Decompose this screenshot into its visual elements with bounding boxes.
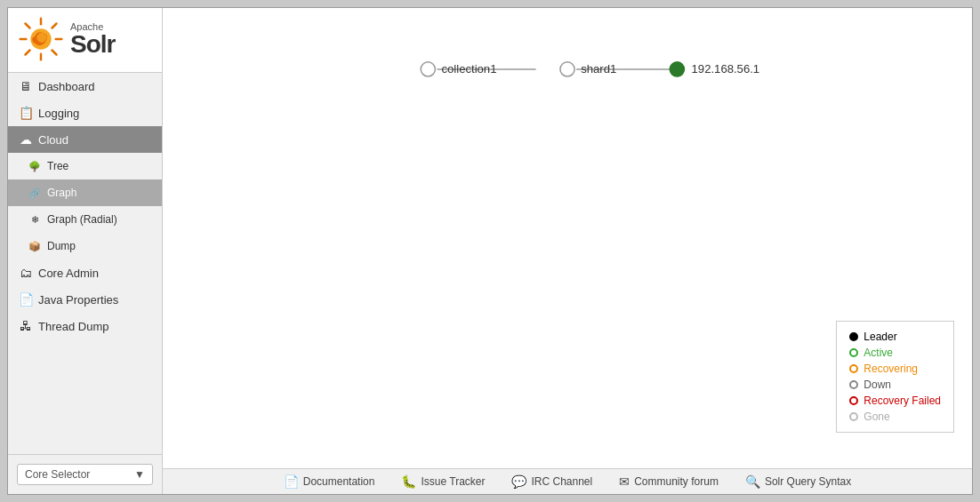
legend-label-recovery-failed: Recovery Failed <box>864 394 941 407</box>
tree-icon: 🌳 <box>28 159 42 173</box>
svg-line-6 <box>52 51 57 55</box>
legend-item-gone: Gone <box>849 410 941 423</box>
main-content: collection1 shard1 192.168.56.1 Leader <box>163 8 972 494</box>
legend-dot-down <box>849 380 858 389</box>
sidebar-item-graph[interactable]: 🔗 Graph <box>8 179 162 206</box>
sidebar-item-thread-dump[interactable]: 🖧 Thread Dump <box>8 313 162 339</box>
footer-link-solr-query-syntax[interactable]: 🔍 Solr Query Syntax <box>745 474 851 489</box>
app-wrapper: Apache Solr 🖥 Dashboard 📋 Logging ☁ <box>0 0 980 502</box>
svg-line-8 <box>26 51 30 55</box>
legend-item-down: Down <box>849 378 941 391</box>
documentation-icon: 📄 <box>284 474 299 489</box>
core-selector-arrow: ▼ <box>134 468 145 481</box>
legend-item-active: Active <box>849 347 941 359</box>
sidebar-item-tree-label: Tree <box>47 160 68 172</box>
sidebar-item-logging[interactable]: 📋 Logging <box>8 100 162 126</box>
sidebar-item-cloud-label: Cloud <box>38 133 68 147</box>
core-admin-icon: 🗂 <box>19 266 33 280</box>
footer-link-issue-tracker-label: Issue Tracker <box>421 475 485 488</box>
footer-link-community-forum[interactable]: ✉ Community forum <box>619 474 719 489</box>
legend: Leader Active Recovering Down <box>836 321 954 433</box>
node-shard1[interactable] <box>560 62 574 76</box>
sidebar-item-dashboard-label: Dashboard <box>38 80 95 93</box>
sidebar-item-graph-radial[interactable]: ❄ Graph (Radial) <box>8 206 162 233</box>
graph-canvas: collection1 shard1 192.168.56.1 Leader <box>163 8 972 468</box>
footer-link-solr-query-syntax-label: Solr Query Syntax <box>765 475 851 488</box>
sidebar-item-dashboard[interactable]: 🖥 Dashboard <box>8 73 162 100</box>
node-collection1-label: collection1 <box>441 62 496 76</box>
logging-icon: 📋 <box>19 106 33 120</box>
legend-item-leader: Leader <box>849 331 941 343</box>
dashboard-icon: 🖥 <box>19 79 33 93</box>
legend-label-leader: Leader <box>864 331 896 343</box>
legend-dot-leader <box>849 332 858 341</box>
sidebar-item-tree[interactable]: 🌳 Tree <box>8 153 162 179</box>
sidebar-item-graph-label: Graph <box>47 187 76 199</box>
dump-icon: 📦 <box>28 239 42 253</box>
core-selector[interactable]: Core Selector ▼ <box>17 464 153 485</box>
footer-link-issue-tracker[interactable]: 🐛 Issue Tracker <box>401 474 485 489</box>
solr-logo-icon <box>19 17 63 61</box>
footer-link-documentation[interactable]: 📄 Documentation <box>284 474 375 489</box>
solr-label: Solr <box>70 32 115 57</box>
brand-text: Apache Solr <box>70 22 115 57</box>
sidebar-item-graph-radial-label: Graph (Radial) <box>47 213 117 226</box>
sidebar-item-dump-label: Dump <box>47 240 76 252</box>
community-forum-icon: ✉ <box>619 474 630 489</box>
legend-label-gone: Gone <box>864 410 889 423</box>
sidebar-item-java-properties-label: Java Properties <box>38 293 118 307</box>
sidebar-item-core-admin-label: Core Admin <box>38 267 99 280</box>
irc-channel-icon: 💬 <box>511 474 526 489</box>
legend-label-active: Active <box>864 347 893 359</box>
legend-dot-recovering <box>849 364 858 373</box>
sidebar-nav: 🖥 Dashboard 📋 Logging ☁ Cloud 🌳 Tree <box>8 73 162 454</box>
footer-link-community-forum-label: Community forum <box>634 475 719 488</box>
node-collection1[interactable] <box>421 62 435 76</box>
svg-line-7 <box>52 24 57 28</box>
sidebar-item-thread-dump-label: Thread Dump <box>38 320 108 333</box>
sidebar-logo: Apache Solr <box>8 8 162 73</box>
footer-link-documentation-label: Documentation <box>303 475 375 488</box>
footer-link-irc-channel-label: IRC Channel <box>531 475 592 488</box>
sidebar-bottom: Core Selector ▼ <box>8 454 162 494</box>
sidebar-item-dump[interactable]: 📦 Dump <box>8 233 162 259</box>
legend-item-recovery-failed: Recovery Failed <box>849 394 941 407</box>
main-area: Apache Solr 🖥 Dashboard 📋 Logging ☁ <box>7 7 973 495</box>
sidebar-item-cloud[interactable]: ☁ Cloud <box>8 126 162 153</box>
sidebar: Apache Solr 🖥 Dashboard 📋 Logging ☁ <box>8 8 163 494</box>
sidebar-item-logging-label: Logging <box>38 107 79 120</box>
legend-dot-gone <box>849 412 858 421</box>
legend-dot-active <box>849 348 858 357</box>
legend-label-down: Down <box>864 378 891 391</box>
cloud-icon: ☁ <box>19 132 33 147</box>
svg-line-5 <box>26 24 30 28</box>
node-ip[interactable] <box>670 62 684 76</box>
legend-dot-recovery-failed <box>849 396 858 405</box>
node-shard1-label: shard1 <box>581 62 616 76</box>
java-properties-icon: 📄 <box>19 292 33 307</box>
legend-item-recovering: Recovering <box>849 363 941 375</box>
footer-link-irc-channel[interactable]: 💬 IRC Channel <box>511 474 592 489</box>
sidebar-item-core-admin[interactable]: 🗂 Core Admin <box>8 259 162 286</box>
node-ip-label: 192.168.56.1 <box>692 62 760 76</box>
issue-tracker-icon: 🐛 <box>401 474 416 489</box>
core-selector-label: Core Selector <box>25 468 90 481</box>
solr-query-syntax-icon: 🔍 <box>745 474 760 489</box>
sidebar-item-java-properties[interactable]: 📄 Java Properties <box>8 286 162 313</box>
legend-label-recovering: Recovering <box>864 363 918 375</box>
thread-dump-icon: 🖧 <box>19 319 33 333</box>
graph-icon: 🔗 <box>28 186 42 200</box>
footer: 📄 Documentation 🐛 Issue Tracker 💬 IRC Ch… <box>163 468 972 494</box>
graph-radial-icon: ❄ <box>28 212 42 227</box>
